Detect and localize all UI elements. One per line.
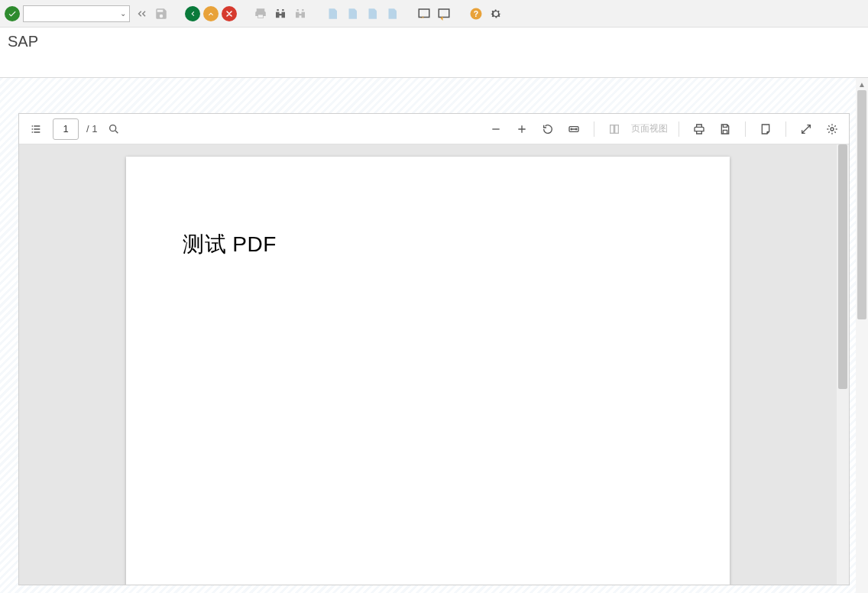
separator — [594, 122, 594, 137]
gear-icon — [826, 123, 838, 135]
sap-system-toolbar: ⌄ ? — [0, 0, 868, 28]
svg-rect-1 — [439, 9, 449, 18]
gear-icon — [489, 7, 503, 21]
cancel-button[interactable] — [222, 6, 237, 21]
sidebar-toggle-button[interactable] — [27, 120, 45, 138]
scroll-up-arrow[interactable]: ▲ — [856, 78, 868, 90]
fit-width-button[interactable] — [565, 120, 583, 138]
pdf-scrollbar[interactable] — [837, 144, 849, 585]
plus-icon — [516, 123, 528, 135]
pdf-viewer-panel: / 1 — [18, 113, 850, 585]
scrollbar-thumb[interactable] — [838, 144, 847, 389]
outer-scrollbar[interactable]: ▲ — [856, 78, 868, 593]
print-icon — [693, 123, 705, 135]
outline-icon — [30, 123, 42, 135]
minus-icon — [490, 123, 502, 135]
help-icon: ? — [469, 7, 483, 21]
help-button[interactable]: ? — [468, 5, 484, 22]
rotate-button[interactable] — [539, 120, 557, 138]
find-button[interactable] — [272, 5, 289, 22]
svg-point-8 — [831, 128, 834, 131]
chevron-left-icon — [188, 9, 197, 18]
back-button[interactable] — [185, 6, 200, 21]
chevron-up-icon — [206, 9, 215, 18]
svg-text:?: ? — [474, 8, 478, 18]
local-layout-button[interactable] — [487, 5, 504, 22]
close-icon — [225, 9, 234, 18]
expand-icon — [800, 123, 812, 135]
pdf-canvas-area[interactable]: 测试 PDF — [19, 144, 837, 585]
save-icon — [154, 7, 168, 21]
pdf-print-button[interactable] — [690, 120, 708, 138]
command-field[interactable]: ⌄ — [23, 5, 130, 22]
zoom-out-button[interactable] — [487, 120, 505, 138]
print-icon — [254, 7, 267, 21]
prev-page-button[interactable] — [344, 5, 361, 22]
find-in-pdf-button[interactable] — [105, 120, 123, 138]
separator — [785, 122, 786, 137]
pdf-toolbar: / 1 — [19, 114, 849, 144]
separator — [745, 122, 746, 137]
double-chevron-left-icon — [134, 7, 148, 21]
print-button[interactable] — [252, 5, 269, 22]
pdf-page: 测试 PDF — [126, 157, 730, 585]
binoculars-plus-icon — [293, 7, 307, 21]
annotate-button[interactable] — [756, 120, 775, 138]
rotate-icon — [542, 123, 554, 135]
page-number-input[interactable] — [53, 118, 79, 140]
enter-button[interactable] — [5, 6, 20, 21]
app-title: SAP — [8, 33, 38, 50]
svg-point-4 — [110, 125, 116, 131]
fit-width-icon — [568, 123, 580, 135]
last-page-button[interactable] — [384, 5, 400, 22]
page-view-label: 页面视图 — [631, 122, 668, 135]
separator — [679, 122, 679, 137]
pdf-save-button[interactable] — [716, 120, 734, 138]
exit-button[interactable] — [203, 6, 219, 21]
page-first-icon — [326, 7, 339, 21]
find-next-button[interactable] — [292, 5, 309, 22]
page-total-label: / 1 — [86, 123, 97, 134]
save-icon — [719, 123, 731, 135]
pdf-settings-button[interactable] — [823, 120, 841, 138]
save-button[interactable] — [153, 5, 170, 22]
window-star-icon — [417, 7, 431, 21]
sap-application-toolbar — [0, 55, 868, 78]
window-arrow-icon — [437, 7, 451, 21]
check-icon — [8, 9, 17, 18]
svg-rect-0 — [419, 9, 429, 18]
svg-rect-7 — [615, 125, 619, 133]
fullscreen-button[interactable] — [797, 120, 815, 138]
page-prev-icon — [345, 7, 359, 21]
search-icon — [108, 123, 120, 135]
next-page-button[interactable] — [364, 5, 381, 22]
page-layout-icon — [608, 123, 620, 135]
sap-title-bar: SAP — [0, 28, 868, 55]
zoom-in-button[interactable] — [513, 120, 531, 138]
document-heading: 测试 PDF — [183, 230, 673, 259]
page-view-button — [605, 120, 623, 138]
note-icon — [760, 123, 772, 135]
page-last-icon — [385, 7, 399, 21]
svg-rect-6 — [611, 125, 614, 133]
chevron-down-icon: ⌄ — [120, 9, 126, 18]
binoculars-icon — [274, 7, 287, 21]
work-area: / 1 — [0, 78, 868, 593]
new-session-button[interactable] — [416, 5, 432, 22]
scrollbar-thumb[interactable] — [857, 90, 866, 319]
page-next-icon — [365, 7, 379, 21]
history-back-button[interactable] — [133, 5, 150, 22]
layout-button[interactable] — [436, 5, 452, 22]
first-page-button[interactable] — [324, 5, 341, 22]
